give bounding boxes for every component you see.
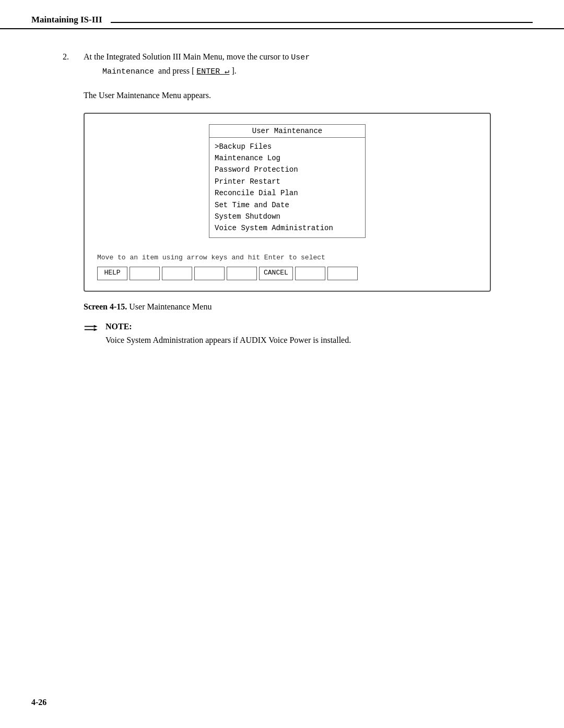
step-text: At the Integrated Solution III Main Menu…: [84, 50, 533, 78]
fkey-bar: HELP CANCEL: [97, 267, 477, 280]
screen-caption: Screen 4-15. User Maintenance Menu: [84, 302, 533, 312]
note-text-block: NOTE: Voice System Administration appear…: [105, 322, 351, 347]
menu-item: Reconcile Dial Plan: [215, 187, 360, 199]
main-content: 2. At the Integrated Solution III Main M…: [0, 50, 564, 347]
fkey-empty: [295, 267, 325, 280]
header-title: Maintaining IS-III: [31, 15, 102, 25]
note-section: NOTE: Voice System Administration appear…: [84, 322, 533, 347]
screen-inner: User Maintenance >Backup FilesMaintenanc…: [97, 124, 477, 280]
step-2: 2. At the Integrated Solution III Main M…: [63, 50, 533, 78]
follow-text: The User Maintenance Menu appears.: [84, 89, 533, 102]
menu-item: Set Time and Date: [215, 199, 360, 211]
note-svg-icon: [84, 323, 100, 333]
fkey-button[interactable]: CANCEL: [259, 267, 293, 280]
note-header: NOTE:: [105, 322, 351, 331]
menu-item: >Backup Files: [215, 141, 360, 152]
menu-item: Voice System Administration: [215, 222, 360, 234]
fkey-empty: [162, 267, 192, 280]
page: Maintaining IS-III 2. At the Integrated …: [0, 0, 564, 728]
note-icon: [84, 323, 100, 333]
svg-marker-1: [94, 325, 98, 327]
page-footer: 4-26: [31, 698, 46, 707]
note-label: NOTE:: [105, 322, 132, 331]
menu-item: System Shutdown: [215, 211, 360, 222]
enter-key: ENTER ↵: [196, 67, 229, 76]
fkey-empty: [327, 267, 358, 280]
header-divider: [111, 22, 533, 23]
screen-simulation: User Maintenance >Backup FilesMaintenanc…: [84, 113, 491, 292]
fkey-empty: [227, 267, 257, 280]
menu-item: Printer Restart: [215, 176, 360, 187]
menu-title: User Maintenance: [209, 125, 365, 138]
step-number: 2.: [63, 50, 84, 78]
page-number: 4-26: [31, 698, 46, 707]
fkey-button[interactable]: HELP: [97, 267, 127, 280]
note-body: Voice System Administration appears if A…: [105, 333, 351, 347]
page-header: Maintaining IS-III: [0, 0, 564, 29]
caption-text: User Maintenance Menu: [127, 302, 212, 311]
status-bar: Move to an item using arrow keys and hit…: [97, 254, 477, 261]
caption-prefix: Screen 4-15.: [84, 302, 127, 311]
menu-item: Password Protection: [215, 164, 360, 175]
fkey-empty: [194, 267, 225, 280]
fkey-empty: [130, 267, 160, 280]
menu-box: User Maintenance >Backup FilesMaintenanc…: [209, 124, 366, 238]
menu-items: >Backup FilesMaintenance LogPassword Pro…: [209, 138, 365, 237]
menu-item: Maintenance Log: [215, 152, 360, 164]
svg-marker-3: [94, 328, 98, 331]
